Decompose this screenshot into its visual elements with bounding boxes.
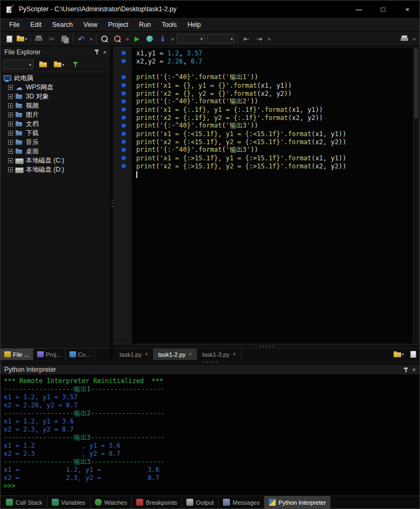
- bottom-tab-breakpoints[interactable]: Breakpoints: [132, 496, 182, 508]
- code-line[interactable]: [114, 170, 412, 178]
- run-button[interactable]: ▶: [130, 33, 143, 45]
- close-button[interactable]: ×: [395, 1, 419, 18]
- debug-button[interactable]: [143, 33, 156, 45]
- layout-combo[interactable]: ▾: [207, 34, 235, 44]
- explorer-path-combo[interactable]: ▾: [3, 60, 33, 69]
- tree-item[interactable]: +音乐: [1, 138, 110, 147]
- tree-item[interactable]: +图片: [1, 110, 110, 119]
- editor-vscrollbar[interactable]: [413, 47, 418, 344]
- tree-expander-icon[interactable]: +: [8, 85, 13, 90]
- code-line[interactable]: print('x2 = {}, y2 = {}'.format(x2, y2)): [114, 89, 412, 97]
- dedent-button[interactable]: ⇤: [240, 33, 253, 45]
- toolbar-overflow-chevron[interactable]: »: [169, 36, 176, 42]
- tree-expander-icon[interactable]: +: [8, 103, 13, 108]
- print-file-button[interactable]: [398, 33, 411, 45]
- toolbar-overflow-chevron[interactable]: »: [88, 36, 94, 42]
- tree-expander-icon[interactable]: +: [8, 131, 13, 136]
- print-button[interactable]: [32, 33, 45, 45]
- step-button[interactable]: ⇓: [156, 33, 169, 45]
- code-line[interactable]: print('{:-^40}'.format('输出3')): [114, 122, 412, 130]
- minimize-button[interactable]: —: [347, 1, 371, 18]
- explorer-tab-proj[interactable]: Proj...: [33, 349, 66, 360]
- tab-close-icon[interactable]: ×: [233, 351, 236, 357]
- explorer-tab-file[interactable]: File ...: [1, 349, 33, 360]
- menu-tools[interactable]: Tools: [156, 18, 182, 31]
- menu-file[interactable]: File: [4, 18, 25, 31]
- copy-button[interactable]: [58, 33, 71, 45]
- pin-icon[interactable]: [403, 367, 409, 373]
- tree-expander-icon[interactable]: +: [8, 167, 13, 172]
- editor-splitter-grip[interactable]: [113, 344, 419, 348]
- editor-tab[interactable]: task1.py×: [115, 349, 153, 360]
- bottom-tab-callstack[interactable]: Call Stack: [2, 496, 47, 508]
- code-line[interactable]: print('{:-^40}'.format('输出2')): [114, 97, 412, 105]
- tree-item[interactable]: +本地磁盘 (D:): [1, 165, 110, 174]
- menu-run[interactable]: Run: [134, 18, 156, 31]
- tab-close-icon[interactable]: ×: [189, 351, 192, 357]
- scrollbar-thumb[interactable]: [414, 48, 418, 118]
- toolbar-overflow-chevron[interactable]: »: [411, 36, 417, 42]
- code-line[interactable]: print('x2 = {:.1f}, y2 = {:.1f}'.format(…: [114, 114, 412, 122]
- menu-search[interactable]: Search: [47, 18, 78, 31]
- code-line[interactable]: print('x1 = {:>15.1f}, y1 = {:>15.1f}'.f…: [114, 154, 412, 162]
- tree-item[interactable]: +桌面: [1, 147, 110, 156]
- find-button[interactable]: [98, 33, 111, 45]
- indent-button[interactable]: ⇥: [253, 33, 265, 45]
- filter-button[interactable]: [69, 59, 82, 70]
- tree-expander-icon[interactable]: +: [8, 140, 13, 145]
- code-line[interactable]: print('x2 = {:>15.1f}, y2 = {:>15.1f}'.f…: [114, 162, 412, 170]
- tab-close-icon[interactable]: ×: [145, 351, 148, 357]
- open-file-button[interactable]: ▾: [16, 33, 29, 45]
- bottom-tab-output[interactable]: Output: [182, 496, 219, 508]
- open-folder-button[interactable]: [37, 59, 50, 70]
- code-line[interactable]: [114, 65, 412, 73]
- tree-expander-icon[interactable]: +: [8, 149, 13, 154]
- interpreter-output[interactable]: *** Remote Interpreter Reinitialized ***…: [1, 375, 419, 496]
- new-module-button[interactable]: [407, 349, 419, 360]
- bottom-tab-python[interactable]: Python Interpreter: [264, 496, 331, 508]
- pin-icon[interactable]: [94, 49, 100, 55]
- tree-item[interactable]: +文档: [1, 119, 110, 129]
- tree-item[interactable]: 此电脑: [1, 74, 110, 83]
- code-line[interactable]: print('{:-^40}'.format('输出1')): [114, 73, 412, 81]
- bottom-tab-variables[interactable]: Variables: [47, 496, 90, 508]
- toolbar-overflow-chevron[interactable]: »: [124, 36, 130, 42]
- menu-edit[interactable]: Edit: [25, 18, 47, 31]
- menu-view[interactable]: View: [78, 18, 103, 31]
- folder-options-button[interactable]: ▾: [53, 59, 66, 70]
- maximize-button[interactable]: □: [371, 1, 395, 18]
- tree-expander-icon[interactable]: +: [8, 112, 13, 117]
- code-line[interactable]: x1,y1 = 1.2, 3.57: [114, 49, 412, 57]
- panel-close-icon[interactable]: ×: [412, 366, 416, 373]
- menu-help[interactable]: Help: [182, 18, 206, 31]
- tree-expander-icon[interactable]: +: [8, 94, 13, 99]
- panel-close-icon[interactable]: ×: [103, 49, 107, 55]
- tabs-list-button[interactable]: ▾: [390, 349, 407, 360]
- tree-item[interactable]: +☁WPS网盘: [1, 83, 110, 92]
- tree-expander-icon[interactable]: +: [8, 158, 13, 163]
- menu-project[interactable]: Project: [103, 18, 134, 31]
- cut-button[interactable]: ✂: [45, 33, 58, 45]
- code-line[interactable]: print('x1 = {:.1f}, y1 = {:.1f}'.format(…: [114, 105, 412, 114]
- tree-item[interactable]: +3D 对象: [1, 92, 110, 101]
- horizontal-splitter[interactable]: [1, 360, 419, 364]
- tree-item[interactable]: +视频: [1, 101, 110, 110]
- new-file-button[interactable]: [3, 33, 16, 45]
- code-line[interactable]: print('{:-^40}'.format('输出3')): [114, 146, 412, 154]
- tree-item[interactable]: +本地磁盘 (C:): [1, 156, 110, 165]
- bottom-tab-watches[interactable]: Watches: [90, 496, 132, 508]
- tree-expander-icon[interactable]: +: [8, 122, 13, 126]
- code-line[interactable]: print('x2 = {:<15.1f}, y2 = {:<15.1f}'.f…: [114, 138, 412, 146]
- find-in-files-button[interactable]: [111, 33, 124, 45]
- undo-button[interactable]: ↶: [75, 33, 88, 45]
- editor-tab[interactable]: task1-3.py×: [197, 349, 241, 360]
- code-line[interactable]: print('x1 = {}, y1 = {}'.format(x1, y1)): [114, 81, 412, 89]
- code-line[interactable]: x2,y2 = 2.26, 8.7: [114, 57, 412, 65]
- editor-tab[interactable]: task1-2.py×: [153, 349, 198, 360]
- code-editor[interactable]: x1,y1 = 1.2, 3.57x2,y2 = 2.26, 8.7print(…: [114, 47, 419, 344]
- engine-combo[interactable]: ▾: [177, 34, 205, 44]
- explorer-tab-code[interactable]: Co...: [66, 349, 95, 360]
- tree-item[interactable]: +下载: [1, 129, 110, 138]
- toolbar-overflow-chevron[interactable]: »: [265, 36, 272, 42]
- code-line[interactable]: print('x1 = {:<15.1f}, y1 = {:<15.1f}'.f…: [114, 130, 412, 138]
